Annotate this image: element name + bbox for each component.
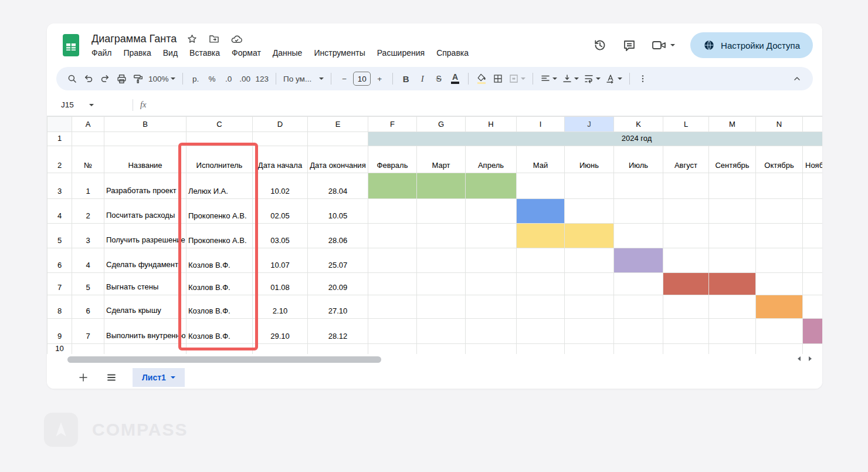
grid-cell[interactable] — [368, 344, 417, 355]
grid-cell[interactable] — [517, 295, 565, 319]
grid-cell[interactable] — [187, 132, 253, 146]
font-select[interactable]: По ум... — [282, 70, 326, 87]
grid-cell[interactable] — [803, 173, 823, 199]
header-num-cell[interactable]: № — [72, 146, 104, 173]
grid-cell[interactable] — [663, 199, 709, 224]
header-date-end-cell[interactable]: Дата окончания — [308, 146, 368, 173]
grid-cell[interactable] — [756, 273, 803, 295]
month-june[interactable]: Июнь — [565, 146, 614, 173]
grid-cell[interactable] — [368, 248, 417, 273]
increase-decimal-button[interactable]: .00 — [238, 70, 253, 87]
task-start-cell[interactable]: 2.10 — [253, 295, 308, 319]
task-start-cell[interactable]: 10.07 — [253, 248, 308, 273]
move-to-folder-icon[interactable] — [207, 32, 221, 46]
text-color-button[interactable]: A — [447, 70, 463, 87]
grid-cell[interactable] — [663, 295, 709, 319]
menu-data[interactable]: Данные — [268, 47, 307, 59]
gantt-bar-cell[interactable] — [803, 319, 823, 344]
header-assignee-cell[interactable]: Исполнитель — [187, 146, 253, 173]
grid-cell[interactable] — [417, 248, 466, 273]
task-end-cell[interactable]: 28.04 — [308, 173, 368, 199]
grid-cell[interactable] — [565, 273, 614, 295]
menu-file[interactable]: Файл — [87, 47, 116, 59]
grid-cell[interactable] — [308, 132, 368, 146]
grid-cell[interactable] — [803, 224, 823, 248]
grid-cell[interactable] — [756, 344, 803, 355]
text-wrap-button[interactable] — [582, 70, 602, 87]
task-start-cell[interactable]: 02.05 — [253, 199, 308, 224]
horizontal-scrollbar-thumb[interactable] — [67, 356, 381, 363]
gantt-bar-cell[interactable] — [466, 173, 517, 199]
row-header-2[interactable]: 2 — [48, 146, 72, 173]
header-date-start-cell[interactable]: Дата начала — [253, 146, 308, 173]
gantt-bar-cell[interactable] — [614, 248, 663, 273]
column-header-M[interactable]: M — [709, 117, 756, 132]
grid-cell[interactable] — [72, 344, 104, 355]
menu-extensions[interactable]: Расширения — [372, 47, 429, 59]
gantt-bar-cell[interactable] — [756, 295, 803, 319]
gantt-bar-cell[interactable] — [663, 273, 709, 295]
month-february[interactable]: Февраль — [368, 146, 417, 173]
grid-cell[interactable] — [466, 273, 517, 295]
gantt-bar-cell[interactable] — [517, 199, 565, 224]
task-assignee-cell[interactable]: Лелюх И.А. — [187, 173, 253, 199]
task-start-cell[interactable]: 10.02 — [253, 173, 308, 199]
horizontal-align-button[interactable] — [538, 70, 559, 87]
grid-cell[interactable] — [709, 224, 756, 248]
year-banner-cell[interactable]: 2024 год — [368, 132, 823, 146]
task-name-cell[interactable]: Получить разрешение — [104, 224, 187, 248]
grid-cell[interactable] — [803, 295, 823, 319]
gantt-bar-cell[interactable] — [565, 224, 614, 248]
month-may[interactable]: Май — [517, 146, 565, 173]
grid-cell[interactable] — [417, 199, 466, 224]
select-all-corner[interactable] — [48, 117, 72, 132]
grid-cell[interactable] — [466, 199, 517, 224]
task-assignee-cell[interactable]: Козлов В.Ф. — [187, 273, 253, 295]
grid-cell[interactable] — [756, 224, 803, 248]
column-header-B[interactable]: B — [104, 117, 187, 132]
row-header-9[interactable]: 9 — [48, 319, 72, 344]
row-header-4[interactable]: 4 — [48, 199, 72, 224]
gantt-bar-cell[interactable] — [709, 273, 756, 295]
grid-cell[interactable] — [614, 199, 663, 224]
grid-cell[interactable] — [709, 344, 756, 355]
sheet-tab-list1[interactable]: Лист1 — [133, 368, 185, 387]
task-name-cell[interactable]: Сделать крышу — [104, 295, 187, 319]
header-name-cell[interactable]: Название — [104, 146, 187, 173]
month-april[interactable]: Апрель — [466, 146, 517, 173]
task-start-cell[interactable]: 29.10 — [253, 319, 308, 344]
task-num-cell[interactable]: 2 — [72, 199, 104, 224]
grid-cell[interactable] — [803, 273, 823, 295]
task-start-cell[interactable]: 01.08 — [253, 273, 308, 295]
decrease-font-size-button[interactable]: − — [337, 70, 352, 87]
task-end-cell[interactable]: 28.12 — [308, 319, 368, 344]
column-header-O[interactable] — [803, 117, 823, 132]
grid-cell[interactable] — [72, 132, 104, 146]
grid-cell[interactable] — [368, 224, 417, 248]
task-num-cell[interactable]: 3 — [72, 224, 104, 248]
grid-cell[interactable] — [709, 295, 756, 319]
grid-cell[interactable] — [517, 273, 565, 295]
zoom-select[interactable]: 100% — [147, 70, 177, 87]
grid-cell[interactable] — [565, 248, 614, 273]
grid-cell[interactable] — [663, 344, 709, 355]
text-rotation-button[interactable] — [603, 70, 624, 87]
column-header-G[interactable]: G — [417, 117, 466, 132]
row-header-3[interactable]: 3 — [48, 173, 72, 199]
grid-cell[interactable] — [417, 344, 466, 355]
grid-cell[interactable] — [417, 224, 466, 248]
meet-call-group[interactable] — [652, 39, 675, 52]
grid-cell[interactable] — [368, 199, 417, 224]
grid-cell[interactable] — [517, 344, 565, 355]
name-box[interactable]: J15 — [61, 100, 126, 109]
redo-icon[interactable] — [97, 70, 113, 87]
fill-color-button[interactable] — [474, 70, 489, 87]
row-header-1[interactable]: 1 — [48, 132, 72, 146]
menu-view[interactable]: Вид — [158, 47, 182, 59]
row-header-8[interactable]: 8 — [48, 295, 72, 319]
menu-format[interactable]: Формат — [227, 47, 266, 59]
comments-icon[interactable] — [622, 38, 636, 52]
search-icon[interactable] — [65, 70, 80, 87]
strikethrough-button[interactable]: S — [431, 70, 446, 87]
grid-cell[interactable] — [614, 224, 663, 248]
